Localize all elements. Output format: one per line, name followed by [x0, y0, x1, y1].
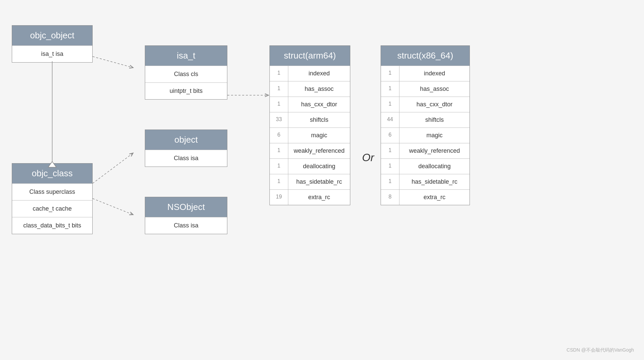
objc-class-title: objc_class [12, 164, 92, 183]
struct-arm64-row-7: 1 deallocating [270, 158, 350, 174]
struct-x86-row-8: 1 has_sidetable_rc [381, 174, 470, 189]
isa-t-row-2: uintptr_t bits [145, 82, 227, 99]
object-title: object [145, 130, 227, 150]
objc-class-row-3: class_data_bits_t bits [12, 217, 92, 234]
struct-arm64-row-9: 19 extra_rc [270, 189, 350, 205]
objc-object-row-1: isa_t isa [12, 45, 92, 62]
svg-line-3 [93, 57, 133, 68]
svg-line-5 [93, 153, 133, 183]
struct-arm64-row-6: 1 weakly_referenced [270, 143, 350, 158]
struct-x86-row-4: 44 shiftcls [381, 112, 470, 128]
struct-arm64-row-3: 1 has_cxx_dtor [270, 97, 350, 112]
isa-t-title: isa_t [145, 46, 227, 66]
svg-line-6 [93, 199, 133, 215]
struct-arm64-row-4: 33 shiftcls [270, 112, 350, 128]
objc-object-title: objc_object [12, 26, 92, 45]
struct-arm64-row-8: 1 has_sidetable_rc [270, 174, 350, 189]
nsobject-box: NSObject Class isa [145, 197, 227, 234]
struct-x86-row-3: 1 has_cxx_dtor [381, 97, 470, 112]
object-box: object Class isa [145, 130, 227, 167]
struct-arm64-box: struct(arm64) 1 indexed 1 has_assoc 1 ha… [269, 45, 350, 205]
objc-class-row-1: Class superclass [12, 183, 92, 200]
struct-arm64-title: struct(arm64) [270, 46, 350, 66]
objc-class-box: objc_class Class superclass cache_t cach… [12, 163, 93, 234]
struct-arm64-row-5: 6 magic [270, 128, 350, 143]
struct-x86-box: struct(x86_64) 1 indexed 1 has_assoc 1 h… [381, 45, 470, 205]
struct-x86-row-9: 8 extra_rc [381, 189, 470, 205]
isa-t-row-1: Class cls [145, 66, 227, 82]
nsobject-title: NSObject [145, 197, 227, 217]
struct-x86-row-5: 6 magic [381, 128, 470, 143]
struct-arm64-row-2: 1 has_assoc [270, 81, 350, 97]
struct-x86-title: struct(x86_64) [381, 46, 470, 66]
isa-t-box: isa_t Class cls uintptr_t bits [145, 45, 227, 100]
struct-x86-row-1: 1 indexed [381, 66, 470, 81]
objc-object-box: objc_object isa_t isa [12, 25, 93, 63]
object-row-1: Class isa [145, 150, 227, 167]
struct-x86-row-7: 1 deallocating [381, 158, 470, 174]
struct-x86-row-2: 1 has_assoc [381, 81, 470, 97]
or-label: Or [362, 151, 374, 164]
watermark: CSDN @不会敲代码的VanGogh [567, 347, 634, 353]
objc-class-row-2: cache_t cache [12, 200, 92, 217]
struct-arm64-row-1: 1 indexed [270, 66, 350, 81]
struct-x86-row-6: 1 weakly_referenced [381, 143, 470, 158]
nsobject-row-1: Class isa [145, 217, 227, 234]
diagram-container: objc_object isa_t isa objc_class Class s… [0, 0, 644, 360]
